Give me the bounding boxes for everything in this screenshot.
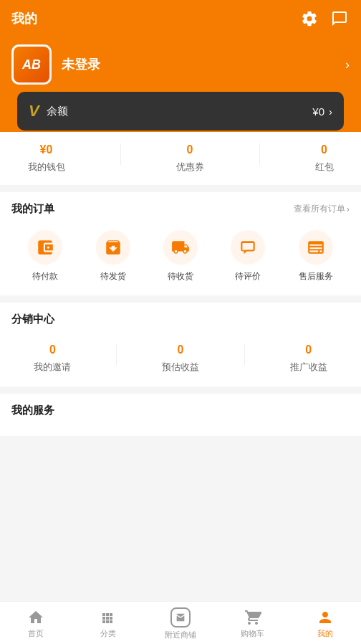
message-icon	[331, 10, 348, 27]
wallet-label: 我的钱包	[28, 161, 65, 174]
home-icon	[27, 609, 44, 626]
order-pending-ship[interactable]: 待发货	[96, 230, 130, 283]
services-section: 我的服务	[0, 394, 361, 436]
view-all-label: 查看所有订单	[294, 203, 345, 215]
pending-pay-label: 待付款	[32, 270, 58, 283]
header-top: 我的	[11, 9, 350, 37]
pending-ship-icon-circle	[96, 230, 130, 265]
order-pending-receive[interactable]: 待收货	[163, 230, 198, 283]
balance-chevron: ›	[329, 105, 332, 118]
nav-nearby[interactable]: 附近商铺	[145, 603, 217, 640]
balance-right: ¥0 ›	[312, 105, 332, 118]
login-status: 未登录	[62, 56, 100, 73]
distribution-header: 分销中心	[11, 313, 350, 326]
promo-value: 0	[305, 344, 312, 356]
services-title: 我的服务	[11, 404, 54, 417]
truck-icon	[171, 238, 190, 257]
nav-nearby-label: 附近商铺	[165, 630, 196, 640]
page-title: 我的	[11, 10, 37, 27]
nav-cart[interactable]: 购物车	[216, 605, 289, 639]
user-section[interactable]: AB 未登录 ›	[0, 37, 361, 99]
distribution-title: 分销中心	[11, 313, 54, 326]
pending-review-icon-circle	[231, 230, 265, 265]
invite-label: 我的邀请	[34, 361, 71, 374]
bottom-nav: 首页 分类 附近商铺 购物车 我的	[0, 601, 361, 644]
redpacket-value: 0	[321, 143, 327, 156]
nav-mine-label: 我的	[317, 628, 333, 639]
nav-home[interactable]: 首页	[0, 605, 72, 639]
header: 我的	[0, 0, 361, 37]
order-after-sale[interactable]: 售后服务	[299, 230, 333, 283]
dist-divider-1	[116, 344, 117, 365]
nav-home-label: 首页	[28, 628, 44, 639]
avatar: AB	[11, 44, 52, 85]
gear-icon	[301, 10, 318, 27]
comment-icon	[239, 238, 257, 257]
nav-category-label: 分类	[100, 628, 116, 639]
order-pending-pay[interactable]: 待付款	[28, 230, 62, 283]
message-button[interactable]	[329, 9, 350, 29]
pending-receive-label: 待收货	[168, 270, 193, 283]
pending-pay-icon-circle	[28, 230, 62, 265]
coupon-value: 0	[187, 143, 193, 156]
after-sale-label: 售后服务	[299, 270, 333, 283]
coupon-label: 优惠券	[176, 161, 204, 174]
store-icon	[170, 607, 191, 628]
dist-estimate[interactable]: 0 预估收益	[162, 344, 199, 374]
user-left: AB 未登录	[11, 44, 100, 85]
stat-coupon[interactable]: 0 优惠券	[176, 143, 204, 174]
orders-header: 我的订单 查看所有订单 ›	[11, 202, 350, 216]
distribution-stats: 0 我的邀请 0 预估收益 0 推广收益	[11, 338, 350, 377]
divider-1	[120, 143, 121, 165]
stat-redpacket[interactable]: 0 红包	[315, 143, 334, 174]
v-icon: V	[29, 102, 39, 120]
cart-icon	[244, 609, 261, 626]
after-sale-icon	[307, 238, 325, 257]
balance-card[interactable]: V 余额 ¥0 ›	[17, 92, 344, 131]
wallet-value: ¥0	[40, 143, 53, 156]
avatar-inner: AB	[14, 47, 49, 82]
services-header: 我的服务	[11, 404, 350, 417]
after-sale-icon-circle	[299, 230, 333, 265]
nav-category[interactable]: 分类	[72, 605, 145, 639]
order-icons-row: 待付款 待发货 待收货	[11, 227, 350, 285]
nav-cart-label: 购物车	[241, 628, 264, 639]
stat-wallet[interactable]: ¥0 我的钱包	[28, 143, 65, 174]
view-all-chevron: ›	[347, 204, 350, 214]
balance-label: 余额	[47, 105, 68, 118]
orders-section: 我的订单 查看所有订单 › 待付款 待发货	[0, 192, 361, 295]
view-all-orders[interactable]: 查看所有订单 ›	[294, 203, 350, 215]
pending-review-label: 待评价	[235, 270, 261, 283]
pending-receive-icon-circle	[163, 230, 198, 265]
dist-divider-2	[244, 344, 245, 365]
pending-ship-label: 待发货	[100, 270, 126, 283]
redpacket-label: 红包	[315, 161, 334, 174]
avatar-text: AB	[22, 57, 41, 72]
store-inner-icon	[175, 612, 186, 623]
box-icon	[104, 238, 122, 257]
order-pending-review[interactable]: 待评价	[231, 230, 265, 283]
grid-icon	[100, 609, 117, 626]
user-chevron: ›	[345, 57, 350, 72]
nav-mine[interactable]: 我的	[289, 605, 361, 639]
dist-promo[interactable]: 0 推广收益	[290, 344, 327, 374]
distribution-section: 分销中心 0 我的邀请 0 预估收益 0 推广收益	[0, 303, 361, 387]
orders-title: 我的订单	[11, 202, 54, 216]
person-icon	[317, 609, 334, 626]
stats-row: ¥0 我的钱包 0 优惠券 0 红包	[0, 132, 361, 185]
estimate-label: 预估收益	[162, 361, 199, 374]
balance-amount: ¥0	[312, 105, 324, 118]
estimate-value: 0	[178, 344, 184, 356]
dist-invite[interactable]: 0 我的邀请	[34, 344, 71, 374]
promo-label: 推广收益	[290, 361, 327, 374]
balance-left: V 余额	[29, 102, 68, 120]
header-icons	[299, 9, 350, 29]
wallet-icon	[36, 238, 54, 257]
divider-2	[259, 143, 260, 165]
invite-value: 0	[49, 344, 56, 356]
settings-button[interactable]	[299, 9, 319, 29]
